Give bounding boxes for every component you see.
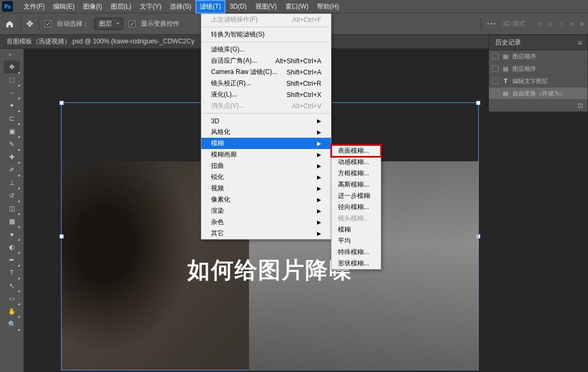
submenu-arrow-icon: ▶ (317, 163, 321, 169)
menu-图像[interactable]: 图像(I) (79, 0, 106, 13)
menu-item-label: 模糊画廊 (211, 150, 237, 159)
filter-menu-item[interactable]: 液化(L)...Shift+Ctrl+X (201, 89, 331, 100)
blur-submenu-item[interactable]: 高斯模糊... (331, 179, 381, 190)
blur-submenu-item[interactable]: 模糊 (331, 224, 381, 235)
tool-type[interactable]: T (4, 266, 20, 279)
menu-item-label: 上次滤镜操作(F) (211, 15, 258, 24)
history-panel-footer: ⊡ (489, 100, 587, 111)
tool-eraser[interactable]: ◫ (4, 202, 20, 215)
filter-menu-item[interactable]: Camera Raw 滤镜(C)...Shift+Ctrl+A (201, 66, 331, 78)
divider (39, 18, 39, 31)
filter-menu-item[interactable]: 像素化▶ (201, 194, 331, 205)
scale-icon[interactable]: ■ (580, 20, 584, 28)
toolbox: » ✥⬚⌢✦⊏▣✎✚✐⊥↺◫▦●◐✒T↖▭✋🔍 (0, 49, 24, 372)
show-transform-checkbox[interactable] (129, 20, 135, 27)
filter-menu-item[interactable]: 自适应广角(A)...Alt+Shift+Ctrl+A (201, 55, 331, 66)
more-icon[interactable]: ••• (487, 20, 497, 28)
transform-handle[interactable] (59, 101, 64, 105)
filter-menu-item[interactable]: 其它▶ (201, 228, 331, 239)
document-tab-title[interactable]: 首图模板（迅捷视频）.psd @ 100% (kawe-rodrigues-_C… (6, 37, 194, 46)
filter-menu-item[interactable]: 杂色▶ (201, 217, 331, 228)
history-panel-tab[interactable]: 历史记录 ≡ (489, 35, 587, 50)
tool-dodge[interactable]: ◐ (4, 241, 20, 254)
tool-history[interactable]: ↺ (4, 189, 20, 202)
mode3d-label: 3D 模式： (502, 19, 532, 28)
blur-submenu-item[interactable]: 形状模糊... (331, 258, 381, 269)
blur-submenu-item[interactable]: 平均 (331, 235, 381, 247)
tool-marquee[interactable]: ⬚ (4, 73, 20, 86)
tool-lasso[interactable]: ⌢ (4, 86, 20, 99)
filter-menu-item[interactable]: 模糊画廊▶ (201, 149, 331, 160)
filter-menu-item[interactable]: 风格化▶ (201, 127, 331, 138)
filter-menu-item[interactable]: 扭曲▶ (201, 160, 331, 172)
history-visibility-checkbox[interactable] (492, 78, 499, 84)
layer-select-dropdown[interactable]: 图层 (94, 18, 123, 30)
tool-frame[interactable]: ▣ (4, 125, 20, 138)
filter-menu-item[interactable]: 锐化▶ (201, 172, 331, 183)
new-snapshot-icon[interactable]: ⊡ (578, 102, 583, 109)
history-visibility-checkbox[interactable] (492, 65, 499, 72)
menu-选择[interactable]: 选择(S) (165, 0, 195, 13)
home-icon[interactable] (4, 19, 15, 29)
history-row-label: 自由变换（存储为） (512, 90, 566, 98)
history-row[interactable]: ▤图层顺序 (489, 63, 587, 75)
tool-eyedrop[interactable]: ✎ (4, 138, 20, 151)
divider (481, 18, 481, 31)
layer-select-value: 图层 (99, 20, 112, 27)
menu-视图[interactable]: 视图(V) (251, 0, 281, 13)
menu-滤镜[interactable]: 滤镜(T) (195, 0, 225, 13)
menu-帮助[interactable]: 帮助(H) (313, 0, 343, 13)
filter-menu-item[interactable]: 滤镜库(G)... (201, 44, 331, 55)
tool-crop[interactable]: ⊏ (4, 112, 20, 125)
menu-文件[interactable]: 文件(F) (19, 0, 49, 13)
tool-path[interactable]: ↖ (4, 279, 20, 292)
tool-stamp[interactable]: ⊥ (4, 176, 20, 189)
blur-submenu-item[interactable]: 方框模糊... (331, 168, 381, 179)
submenu-arrow-icon: ▶ (317, 129, 321, 135)
history-visibility-checkbox[interactable] (492, 90, 499, 96)
blur-submenu-item[interactable]: 特殊模糊... (331, 247, 381, 258)
tool-move[interactable]: ✥ (4, 61, 20, 73)
slide-icon[interactable]: ✦ (569, 20, 575, 28)
filter-menu-item[interactable]: 视频▶ (201, 183, 331, 194)
tool-wand[interactable]: ✦ (4, 99, 20, 112)
filter-menu-item[interactable]: 转换为智能滤镜(S) (201, 29, 331, 40)
filter-menu-item[interactable]: 渲染▶ (201, 205, 331, 217)
tool-hand[interactable]: ✋ (4, 305, 20, 318)
filter-menu-item[interactable]: 镜头校正(R)...Shift+Ctrl+R (201, 78, 331, 89)
tool-shape[interactable]: ▭ (4, 292, 20, 305)
blur-submenu-item[interactable]: 表面模糊... (331, 145, 381, 157)
tool-heal[interactable]: ✚ (4, 151, 20, 163)
roll-icon[interactable]: ⊕ (548, 20, 553, 28)
history-row[interactable]: ▤自由变换（存储为） (489, 87, 587, 100)
orbit-icon[interactable]: ⟲ (537, 20, 542, 28)
panel-menu-icon[interactable]: ≡ (578, 39, 581, 47)
tool-brush[interactable]: ✐ (4, 163, 20, 176)
tool-gradient[interactable]: ▦ (4, 215, 20, 228)
history-row-label: 图层顺序 (512, 65, 536, 73)
tool-pen[interactable]: ✒ (4, 254, 20, 266)
menu-3d[interactable]: 3D(D) (225, 0, 251, 13)
toolbox-collapse-icon[interactable]: » (9, 52, 15, 57)
history-row[interactable]: T编辑文字图层 (489, 75, 587, 87)
menu-窗口[interactable]: 窗口(W) (281, 0, 313, 13)
blur-submenu-item[interactable]: 动感模糊... (331, 157, 381, 168)
tool-blur[interactable]: ● (4, 228, 20, 241)
move-tool-icon: ✥ (26, 19, 33, 29)
menu-item-label: 自适应广角(A)... (211, 56, 257, 65)
blur-submenu-item[interactable]: 径向模糊... (331, 202, 381, 213)
transform-handle[interactable] (59, 234, 64, 239)
menu-文字[interactable]: 文字(Y) (135, 0, 165, 13)
transform-handle[interactable] (476, 101, 480, 105)
pan-icon[interactable]: ✧ (559, 20, 564, 28)
history-visibility-checkbox[interactable] (492, 53, 499, 59)
auto-select-checkbox[interactable] (44, 20, 51, 27)
blur-submenu-item[interactable]: 进一步模糊 (331, 190, 381, 202)
transform-handle[interactable] (476, 234, 480, 239)
menu-编辑[interactable]: 编辑(E) (49, 0, 79, 13)
tool-zoom[interactable]: 🔍 (4, 318, 20, 331)
history-row[interactable]: ▤图层顺序 (489, 50, 587, 63)
filter-menu-item[interactable]: 模糊▶ (201, 138, 331, 149)
menu-图层[interactable]: 图层(L) (107, 0, 136, 13)
filter-menu-item[interactable]: 3D▶ (201, 115, 331, 127)
